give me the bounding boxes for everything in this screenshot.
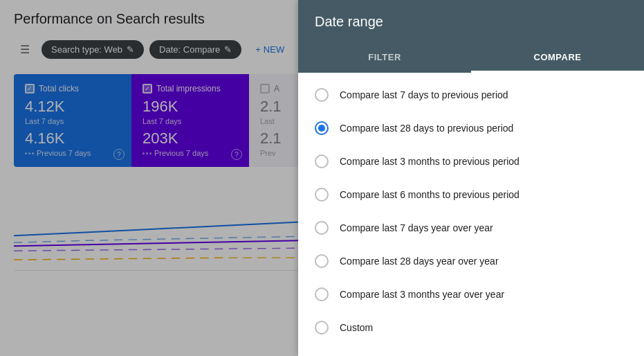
date-range-modal: Date range FILTER COMPARE Compare last 7… — [298, 0, 644, 356]
tab-filter[interactable]: FILTER — [298, 44, 471, 73]
modal-header: Date range — [298, 0, 644, 44]
modal-body: Compare last 7 days to previous period C… — [298, 73, 644, 356]
radio-option-5[interactable]: Compare last 7 days year over year — [298, 211, 644, 244]
radio-label-2: Compare last 28 days to previous period — [340, 123, 513, 134]
radio-circle-1 — [315, 88, 329, 102]
radio-option-3[interactable]: Compare last 3 months to previous period — [298, 145, 644, 178]
radio-option-8[interactable]: Custom — [298, 311, 644, 344]
radio-circle-8 — [315, 321, 329, 335]
radio-option-1[interactable]: Compare last 7 days to previous period — [298, 78, 644, 112]
modal-tabs: FILTER COMPARE — [298, 44, 644, 73]
radio-circle-3 — [315, 154, 329, 168]
radio-label-8: Custom — [340, 322, 373, 333]
radio-option-2[interactable]: Compare last 28 days to previous period — [298, 112, 644, 145]
radio-circle-7 — [315, 287, 329, 301]
radio-circle-6 — [315, 254, 329, 268]
radio-label-6: Compare last 28 days year over year — [340, 256, 499, 267]
radio-label-7: Compare last 3 months year over year — [340, 289, 504, 300]
radio-label-1: Compare last 7 days to previous period — [340, 89, 508, 100]
radio-option-6[interactable]: Compare last 28 days year over year — [298, 244, 644, 278]
radio-label-5: Compare last 7 days year over year — [340, 222, 493, 233]
radio-circle-4 — [315, 188, 329, 202]
radio-label-4: Compare last 6 months to previous period — [340, 189, 519, 200]
tab-compare[interactable]: COMPARE — [471, 44, 644, 73]
tab-compare-label: COMPARE — [534, 52, 582, 62]
tab-filter-label: FILTER — [368, 52, 401, 62]
radio-circle-2 — [315, 121, 329, 135]
radio-option-7[interactable]: Compare last 3 months year over year — [298, 278, 644, 311]
radio-label-3: Compare last 3 months to previous period — [340, 156, 519, 167]
radio-option-4[interactable]: Compare last 6 months to previous period — [298, 178, 644, 211]
modal-title: Date range — [315, 14, 627, 30]
radio-circle-5 — [315, 221, 329, 235]
